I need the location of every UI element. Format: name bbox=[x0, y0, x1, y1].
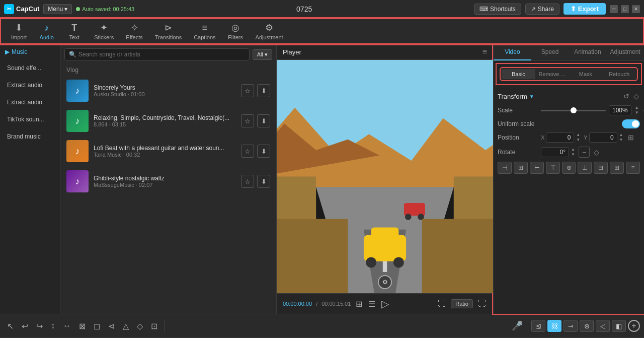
align-center-h-button[interactable]: ⊞ bbox=[514, 162, 528, 174]
player-menu-icon[interactable]: ≡ bbox=[482, 47, 487, 56]
video-settings-icon[interactable]: ⚙ bbox=[378, 275, 392, 289]
play-from-button[interactable]: ⊲ bbox=[105, 319, 118, 333]
pos-y-up-button[interactable]: ▲ bbox=[619, 132, 624, 138]
sidebar-item-music[interactable]: ▶ Music bbox=[0, 44, 60, 59]
align-distribute-h-button[interactable]: ⊟ bbox=[594, 162, 608, 174]
toolbar-stickers[interactable]: ✦ Stickers bbox=[88, 20, 120, 42]
download-button[interactable]: ⬇ bbox=[257, 114, 270, 127]
list-item[interactable]: ♪ Ghibli-style nostalgic waltz MaSssuguM… bbox=[60, 166, 276, 196]
rotate-minus-icon[interactable]: − bbox=[579, 147, 590, 158]
export-button[interactable]: ⬆ Export bbox=[564, 3, 606, 15]
unlink-button[interactable]: ⊸ bbox=[564, 320, 578, 332]
favorite-button[interactable]: ☆ bbox=[241, 114, 254, 127]
toolbar-import[interactable]: ⬇ Import bbox=[5, 20, 33, 42]
toolbar-captions[interactable]: ≡ Captions bbox=[188, 21, 221, 42]
video-preview bbox=[277, 60, 493, 293]
rotate-up-button[interactable]: ▲ bbox=[571, 147, 576, 152]
subtab-remove[interactable]: Remove ... bbox=[535, 69, 569, 79]
align-extra-button[interactable]: ≡ bbox=[626, 162, 640, 174]
reset-button[interactable]: ↺ bbox=[622, 91, 630, 101]
rotate-down-button[interactable]: ▼ bbox=[571, 152, 576, 157]
tab-animation[interactable]: Animation bbox=[569, 44, 607, 60]
scale-slider[interactable] bbox=[541, 110, 606, 111]
align-top-button[interactable]: ⊤ bbox=[546, 162, 560, 174]
toolbar-effects[interactable]: ✧ Effects bbox=[120, 20, 148, 42]
sidebar-item-extract-audio[interactable]: Extract audio bbox=[2, 95, 58, 110]
scale-down-button[interactable]: ▼ bbox=[634, 110, 639, 115]
rotate-diamond-icon[interactable]: ◇ bbox=[593, 147, 600, 157]
sidebar-item-tiktok-sound[interactable]: TikTok soun... bbox=[2, 112, 58, 127]
scale-diamond-icon[interactable]: ◇ bbox=[642, 106, 644, 115]
link-button[interactable]: ⛓ bbox=[547, 320, 561, 332]
subtab-basic[interactable]: Basic bbox=[502, 69, 535, 79]
ratio-button[interactable]: Ratio bbox=[451, 299, 473, 308]
toolbar-filters[interactable]: ◎ Filters bbox=[222, 20, 250, 42]
flip-v-button[interactable]: ◇ bbox=[134, 319, 146, 333]
share-button[interactable]: ↗ Share bbox=[525, 4, 559, 15]
add-track-button[interactable]: + bbox=[628, 320, 640, 332]
favorite-button[interactable]: ☆ bbox=[241, 84, 254, 97]
download-button[interactable]: ⬇ bbox=[257, 84, 270, 97]
subtab-mask[interactable]: Mask bbox=[569, 69, 603, 79]
delete-button[interactable]: ⊠ bbox=[76, 319, 89, 333]
redo-button[interactable]: ↪ bbox=[33, 319, 46, 333]
align-left-button[interactable]: ⊣ bbox=[498, 162, 512, 174]
pos-x-down-button[interactable]: ▼ bbox=[576, 138, 581, 143]
crop-button[interactable]: ◻ bbox=[91, 319, 103, 333]
record-button[interactable]: 🎤 bbox=[512, 320, 523, 331]
tab-video[interactable]: Video bbox=[494, 44, 531, 60]
download-button[interactable]: ⬇ bbox=[257, 145, 270, 158]
toolbar-adjustment[interactable]: ⚙ Adjustment bbox=[250, 20, 289, 42]
menu-button[interactable]: Menu ▾ bbox=[43, 4, 72, 14]
align-bottom-button[interactable]: ⊥ bbox=[578, 162, 592, 174]
all-filter-button[interactable]: All ▾ bbox=[253, 49, 272, 60]
favorite-button[interactable]: ☆ bbox=[241, 175, 254, 188]
diamond-icon[interactable]: ◇ bbox=[632, 91, 640, 101]
favorite-button[interactable]: ☆ bbox=[241, 145, 254, 158]
sidebar-item-brand-music[interactable]: Brand music bbox=[2, 129, 58, 144]
list-item[interactable]: ♪ Lofi Beat with a pleasant guitar and w… bbox=[60, 136, 276, 166]
fit-screen-button[interactable]: ⛶ bbox=[437, 298, 447, 309]
position-y-input[interactable] bbox=[589, 132, 617, 143]
fullscreen-button[interactable]: ⛶ bbox=[477, 298, 487, 309]
toolbar-transitions[interactable]: ⊳ Transitions bbox=[149, 20, 188, 42]
maximize-button[interactable]: □ bbox=[621, 5, 629, 13]
rotate-input[interactable] bbox=[541, 147, 569, 157]
play-button[interactable]: ▷ bbox=[380, 297, 390, 311]
pos-y-down-button[interactable]: ▼ bbox=[619, 138, 624, 143]
split-button[interactable]: ↕ bbox=[48, 319, 58, 332]
list-view-button[interactable]: ☰ bbox=[367, 298, 376, 310]
shortcuts-button[interactable]: ⌨ Shortcuts bbox=[474, 4, 521, 15]
tab-adjustment[interactable]: Adjustment bbox=[606, 44, 644, 60]
toolbar-audio[interactable]: ♪ Audio bbox=[33, 21, 60, 42]
close-button[interactable]: ✕ bbox=[632, 5, 640, 13]
sidebar-item-copyright[interactable]: Extract audio bbox=[2, 78, 58, 93]
tab-speed[interactable]: Speed bbox=[531, 44, 569, 60]
align-right-button[interactable]: ⊢ bbox=[530, 162, 544, 174]
scale-up-button[interactable]: ▲ bbox=[634, 105, 639, 110]
undo-button[interactable]: ↩ bbox=[19, 319, 31, 333]
snap-button[interactable]: ⊴ bbox=[531, 320, 545, 332]
subtab-retouch[interactable]: Retouch bbox=[602, 69, 636, 79]
list-item[interactable]: ♪ Relaxing, Simple, Countryside, Travel,… bbox=[60, 106, 276, 136]
list-item[interactable]: ♪ Sincerely Yours Ausku Studio · 01:00 ☆… bbox=[60, 76, 276, 106]
minimize-button[interactable]: ─ bbox=[610, 5, 618, 13]
sidebar-item-sound-effects[interactable]: Sound effe... bbox=[2, 60, 58, 76]
hide-button[interactable]: ◧ bbox=[612, 320, 626, 332]
crop2-button[interactable]: ⊡ bbox=[148, 319, 160, 333]
align-center-v-button[interactable]: ⊕ bbox=[562, 162, 576, 174]
position-link-icon[interactable]: ⊞ bbox=[627, 132, 635, 143]
mute-button[interactable]: ◁ bbox=[596, 320, 610, 332]
pos-x-up-button[interactable]: ▲ bbox=[576, 132, 581, 138]
split-h-button[interactable]: ↔ bbox=[60, 319, 74, 332]
align-distribute-v-button[interactable]: ⊞ bbox=[610, 162, 624, 174]
grid-view-button[interactable]: ⊞ bbox=[355, 298, 363, 310]
search-input[interactable] bbox=[78, 51, 245, 58]
flip-h-button[interactable]: △ bbox=[120, 319, 132, 333]
toolbar-text[interactable]: T Text bbox=[60, 21, 88, 42]
lock-button[interactable]: ⊛ bbox=[580, 320, 594, 332]
position-x-input[interactable] bbox=[546, 132, 574, 143]
uniform-scale-toggle[interactable] bbox=[622, 119, 640, 128]
download-button[interactable]: ⬇ bbox=[257, 175, 270, 188]
select-tool-button[interactable]: ↖ bbox=[4, 319, 17, 333]
